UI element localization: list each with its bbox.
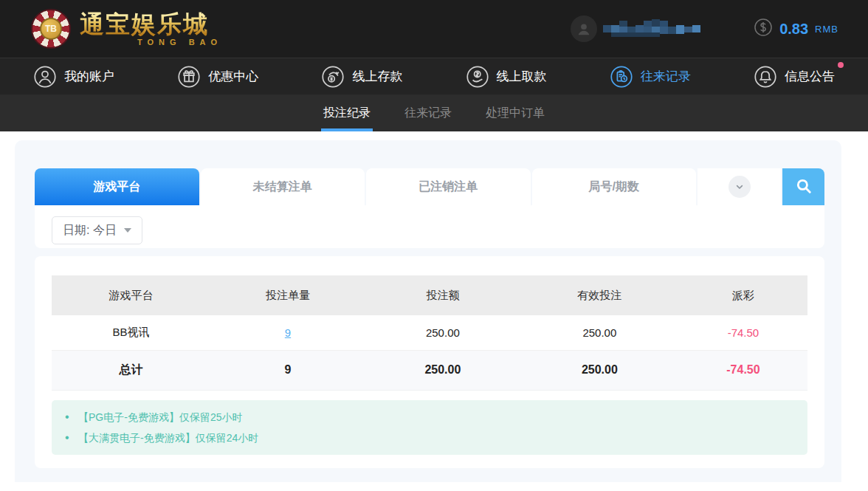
username-redacted xyxy=(603,18,700,40)
subtab-processing-orders[interactable]: 处理中订单 xyxy=(486,95,545,131)
expand-filters-toggle[interactable] xyxy=(698,168,781,205)
nav-item-announcements[interactable]: 信息公告 xyxy=(754,65,835,89)
app-header: TB 通宝娱乐城 TONG BAO xyxy=(0,0,868,58)
table-header-row: 游戏平台 投注单量 投注额 有效投注 派彩 xyxy=(52,275,807,315)
col-valid-bets: 有效投注 xyxy=(520,275,679,315)
bets-summary-table: 游戏平台 投注单量 投注额 有效投注 派彩 BB视讯 9 250.00 250.… xyxy=(52,275,807,391)
tab-game-platform[interactable]: 游戏平台 xyxy=(35,168,199,205)
logo-monogram: TB xyxy=(40,18,62,40)
subtab-betting-records[interactable]: 投注纪录 xyxy=(323,95,371,131)
col-bet-count: 投注单量 xyxy=(210,275,365,315)
nav-label: 信息公告 xyxy=(785,68,835,85)
filter-row: 日期: 今日 xyxy=(35,205,824,248)
user-icon xyxy=(33,65,57,89)
nav-label: 往来记录 xyxy=(641,68,691,85)
nav-item-transaction-records[interactable]: 往来记录 xyxy=(610,65,691,89)
search-icon xyxy=(794,176,813,198)
sub-navigation: 投注纪录 往来记录 处理中订单 xyxy=(0,95,868,131)
tab-unsettled-bets[interactable]: 未结算注单 xyxy=(201,168,365,205)
deposit-icon xyxy=(321,65,345,89)
nav-item-deposit[interactable]: 线上存款 xyxy=(321,65,402,89)
records-icon xyxy=(610,65,633,89)
gift-icon xyxy=(177,65,201,89)
caret-down-icon xyxy=(124,228,131,233)
cell-platform: BB视讯 xyxy=(52,315,210,350)
balance[interactable]: 0.83 RMB xyxy=(754,18,838,40)
nav-label: 线上取款 xyxy=(497,68,547,85)
col-bet-amount: 投注额 xyxy=(365,275,520,315)
col-game-platform: 游戏平台 xyxy=(52,275,210,315)
nav-label: 我的账户 xyxy=(64,68,114,85)
brand-subtitle: TONG BAO xyxy=(137,38,222,47)
subtab-transaction-records[interactable]: 往来记录 xyxy=(404,95,452,131)
total-valid-bets: 250.00 xyxy=(520,350,679,390)
date-filter-label: 日期: 今日 xyxy=(63,223,117,238)
notes-box: 【PG电子-免费游戏】仅保留25小时 【大满贯电子-免费游戏】仅保留24小时 xyxy=(52,400,807,455)
cell-bet-amount: 250.00 xyxy=(365,315,520,350)
total-label: 总计 xyxy=(52,350,210,390)
table-total-row: 总计 9 250.00 250.00 -74.50 xyxy=(52,350,807,390)
note-item: 【大满贯电子-免费游戏】仅保留24小时 xyxy=(62,428,793,448)
tab-cancelled-bets[interactable]: 已注销注单 xyxy=(366,168,531,205)
main-navigation: 我的账户 优惠中心 线上存款 xyxy=(0,58,868,95)
date-filter-dropdown[interactable]: 日期: 今日 xyxy=(52,216,142,244)
logo-chip-icon: TB xyxy=(31,9,71,49)
notification-dot xyxy=(838,62,844,68)
nav-label: 线上存款 xyxy=(352,68,402,85)
total-bet-amount: 250.00 xyxy=(365,350,520,390)
search-button[interactable] xyxy=(782,168,824,205)
nav-item-withdraw[interactable]: 线上取款 xyxy=(466,65,547,89)
cell-valid-bets: 250.00 xyxy=(520,315,679,350)
tab-round-number[interactable]: 局号/期数 xyxy=(532,168,697,205)
total-payout: -74.50 xyxy=(679,350,807,390)
cell-payout: -74.50 xyxy=(679,315,807,350)
total-count: 9 xyxy=(210,350,365,390)
chevron-down-icon xyxy=(728,176,751,198)
balance-amount: 0.83 xyxy=(779,21,808,38)
filter-tabs: 游戏平台 未结算注单 已注销注单 局号/期数 xyxy=(35,168,824,205)
withdraw-icon xyxy=(466,65,489,89)
brand-title: 通宝娱乐城 xyxy=(80,12,222,36)
bet-count-link[interactable]: 9 xyxy=(285,326,291,339)
nav-item-promotions[interactable]: 优惠中心 xyxy=(177,65,258,89)
results-card: 游戏平台 投注单量 投注额 有效投注 派彩 BB视讯 9 250.00 250.… xyxy=(35,256,824,468)
nav-label: 优惠中心 xyxy=(208,68,258,85)
dollar-icon xyxy=(754,18,773,40)
note-item: 【PG电子-免费游戏】仅保留25小时 xyxy=(62,407,793,428)
avatar xyxy=(571,16,597,42)
brand-logo[interactable]: TB 通宝娱乐城 TONG BAO xyxy=(31,9,222,49)
nav-item-my-account[interactable]: 我的账户 xyxy=(33,65,114,89)
filter-card: 游戏平台 未结算注单 已注销注单 局号/期数 xyxy=(35,168,824,248)
user-account[interactable] xyxy=(571,16,700,42)
balance-currency: RMB xyxy=(815,24,838,35)
table-row: BB视讯 9 250.00 250.00 -74.50 xyxy=(52,315,807,350)
content-panel: 游戏平台 未结算注单 已注销注单 局号/期数 xyxy=(15,140,841,482)
col-payout: 派彩 xyxy=(679,275,807,315)
bell-icon xyxy=(754,65,777,89)
